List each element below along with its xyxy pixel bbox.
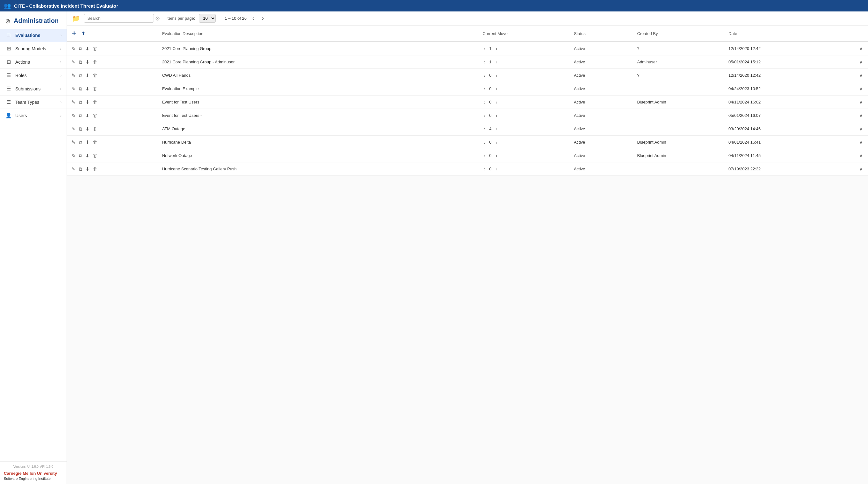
- delete-icon[interactable]: 🗑: [92, 99, 98, 105]
- delete-icon[interactable]: 🗑: [92, 112, 98, 119]
- download-icon[interactable]: ⬇: [85, 125, 90, 132]
- move-prev-button[interactable]: ‹: [483, 46, 486, 52]
- download-icon[interactable]: ⬇: [85, 112, 90, 119]
- sidebar-item-evaluations[interactable]: □ Evaluations ›: [0, 29, 67, 42]
- download-icon[interactable]: ⬇: [85, 85, 90, 92]
- row-status: Active: [570, 55, 633, 69]
- expand-button[interactable]: ∨: [858, 58, 864, 66]
- items-per-page-select[interactable]: 10 25 50: [199, 14, 216, 23]
- move-next-button[interactable]: ›: [495, 166, 498, 172]
- row-current-move: ‹ 4 ›: [478, 122, 570, 136]
- copy-icon[interactable]: ⧉: [78, 45, 83, 52]
- expand-button[interactable]: ∨: [858, 138, 864, 146]
- move-next-button[interactable]: ›: [495, 153, 498, 159]
- move-next-button[interactable]: ›: [495, 126, 498, 132]
- expand-button[interactable]: ∨: [858, 85, 864, 92]
- chevron-right-icon: ›: [60, 100, 62, 104]
- edit-icon[interactable]: ✎: [71, 99, 76, 106]
- search-clear-button[interactable]: ⊗: [155, 15, 160, 22]
- expand-button[interactable]: ∨: [858, 98, 864, 106]
- sidebar-item-roles[interactable]: ☰ Roles ›: [0, 69, 67, 82]
- copy-icon[interactable]: ⧉: [78, 125, 83, 132]
- copy-icon[interactable]: ⧉: [78, 152, 83, 159]
- download-icon[interactable]: ⬇: [85, 166, 90, 172]
- sidebar-item-submissions[interactable]: ☰ Submissions ›: [0, 82, 67, 96]
- prev-page-button[interactable]: ‹: [250, 14, 256, 22]
- sidebar-close-button[interactable]: ⊗: [5, 18, 10, 24]
- expand-button[interactable]: ∨: [858, 165, 864, 172]
- move-prev-button[interactable]: ‹: [483, 113, 486, 119]
- move-prev-button[interactable]: ‹: [483, 139, 486, 145]
- move-prev-button[interactable]: ‹: [483, 126, 486, 132]
- move-prev-button[interactable]: ‹: [483, 99, 486, 105]
- sidebar-item-users[interactable]: 👤 Users ›: [0, 109, 67, 122]
- row-description: Hurricane Scenario Testing Gallery Push: [158, 162, 479, 176]
- status-badge: Active: [574, 153, 585, 158]
- edit-icon[interactable]: ✎: [71, 112, 76, 119]
- move-next-button[interactable]: ›: [495, 59, 498, 65]
- copy-icon[interactable]: ⧉: [78, 59, 83, 66]
- expand-button[interactable]: ∨: [858, 112, 864, 119]
- status-badge: Active: [574, 166, 585, 171]
- row-date: 12/14/2020 12:42: [724, 42, 837, 55]
- row-actions: ✎ ⧉ ⬇ 🗑: [67, 109, 158, 122]
- download-icon[interactable]: ⬇: [85, 72, 90, 79]
- download-icon[interactable]: ⬇: [85, 152, 90, 159]
- move-prev-button[interactable]: ‹: [483, 73, 486, 78]
- edit-icon[interactable]: ✎: [71, 59, 76, 66]
- move-prev-button[interactable]: ‹: [483, 153, 486, 159]
- expand-button[interactable]: ∨: [858, 125, 864, 132]
- move-prev-button[interactable]: ‹: [483, 59, 486, 65]
- edit-icon[interactable]: ✎: [71, 152, 76, 159]
- row-description: ATM Outage: [158, 122, 479, 136]
- edit-icon[interactable]: ✎: [71, 85, 76, 92]
- move-next-button[interactable]: ›: [495, 99, 498, 105]
- search-input[interactable]: [84, 14, 154, 23]
- move-next-button[interactable]: ›: [495, 46, 498, 52]
- delete-icon[interactable]: 🗑: [92, 45, 98, 52]
- edit-icon[interactable]: ✎: [71, 45, 76, 52]
- row-date: 04/24/2023 10:52: [724, 82, 837, 96]
- copy-icon[interactable]: ⧉: [78, 166, 83, 172]
- delete-icon[interactable]: 🗑: [92, 152, 98, 159]
- download-icon[interactable]: ⬇: [85, 45, 90, 52]
- download-icon[interactable]: ⬇: [85, 59, 90, 66]
- row-current-move: ‹ 0 ›: [478, 149, 570, 162]
- download-icon[interactable]: ⬇: [85, 99, 90, 106]
- move-next-button[interactable]: ›: [495, 139, 498, 145]
- sidebar-item-scoring-models[interactable]: ⊞ Scoring Models ›: [0, 42, 67, 55]
- download-icon[interactable]: ⬇: [85, 139, 90, 146]
- move-next-button[interactable]: ›: [495, 86, 498, 92]
- copy-icon[interactable]: ⧉: [78, 139, 83, 146]
- copy-icon[interactable]: ⧉: [78, 99, 83, 106]
- delete-icon[interactable]: 🗑: [92, 139, 98, 146]
- move-next-button[interactable]: ›: [495, 113, 498, 119]
- move-prev-button[interactable]: ‹: [483, 166, 486, 172]
- sidebar-item-team-types[interactable]: ☰ Team Types ›: [0, 96, 67, 109]
- delete-icon[interactable]: 🗑: [92, 59, 98, 65]
- delete-icon[interactable]: 🗑: [92, 166, 98, 172]
- created-by-header: Created By: [633, 26, 724, 42]
- add-evaluation-button[interactable]: +: [71, 29, 78, 38]
- edit-icon[interactable]: ✎: [71, 72, 76, 79]
- next-page-button[interactable]: ›: [260, 14, 266, 22]
- move-prev-button[interactable]: ‹: [483, 86, 486, 92]
- copy-icon[interactable]: ⧉: [78, 112, 83, 119]
- delete-icon[interactable]: 🗑: [92, 125, 98, 132]
- copy-icon[interactable]: ⧉: [78, 85, 83, 92]
- move-next-button[interactable]: ›: [495, 73, 498, 78]
- edit-icon[interactable]: ✎: [71, 139, 76, 146]
- upload-button[interactable]: ⬆: [80, 30, 87, 37]
- edit-icon[interactable]: ✎: [71, 166, 76, 172]
- expand-button[interactable]: ∨: [858, 72, 864, 79]
- row-current-move: ‹ 0 ›: [478, 162, 570, 176]
- expand-button[interactable]: ∨: [858, 45, 864, 52]
- expand-button[interactable]: ∨: [858, 152, 864, 159]
- sidebar-item-actions[interactable]: ⊟ Actions ›: [0, 55, 67, 69]
- sidebar-item-label: Submissions: [15, 86, 57, 91]
- chevron-right-icon: ›: [60, 114, 62, 118]
- delete-icon[interactable]: 🗑: [92, 72, 98, 79]
- copy-icon[interactable]: ⧉: [78, 72, 83, 79]
- edit-icon[interactable]: ✎: [71, 125, 76, 132]
- delete-icon[interactable]: 🗑: [92, 85, 98, 92]
